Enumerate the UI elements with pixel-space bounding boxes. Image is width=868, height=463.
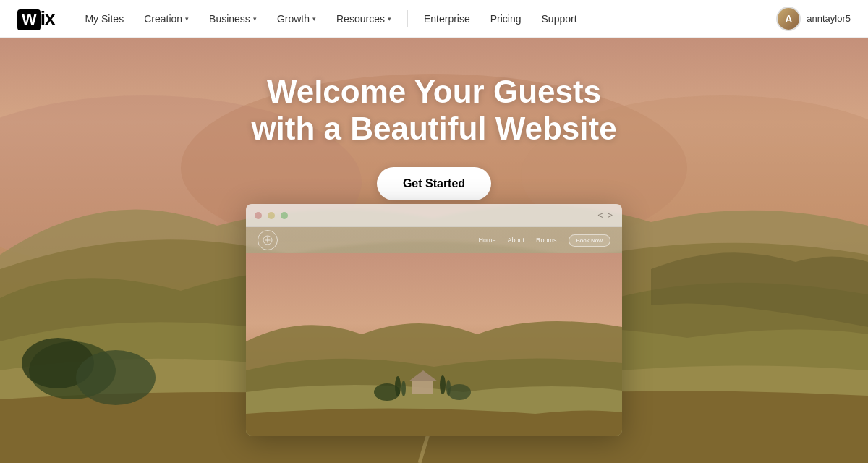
site-nav: Home About Rooms Book Now [246, 227, 622, 253]
site-logo [258, 230, 278, 250]
nav-item-enterprise[interactable]: Enterprise [414, 0, 480, 38]
get-started-button[interactable]: Get Started [377, 167, 491, 200]
nav-label-resources: Resources [336, 0, 385, 38]
browser-dot-red [255, 212, 262, 219]
nav-links: My Sites Creation ▾ Business ▾ Growth ▾ … [75, 0, 587, 38]
nav-item-growth[interactable]: Growth ▾ [267, 0, 326, 38]
site-nav-links: Home About Rooms Book Now [478, 234, 610, 247]
browser-content: Home About Rooms Book Now [246, 227, 622, 436]
svg-rect-26 [412, 381, 433, 394]
nav-label-my-sites: My Sites [85, 0, 124, 38]
main-nav: Wix My Sites Creation ▾ Business ▾ Growt… [0, 0, 868, 38]
svg-point-32 [374, 383, 400, 401]
hero-section: Welcome Your Guests with a Beautiful Web… [0, 38, 868, 463]
svg-point-33 [448, 384, 471, 400]
nav-item-pricing[interactable]: Pricing [480, 0, 532, 38]
nav-divider [407, 10, 408, 27]
nav-item-support[interactable]: Support [532, 0, 587, 38]
site-nav-home: Home [478, 237, 495, 244]
nav-item-creation[interactable]: Creation ▾ [134, 0, 199, 38]
hero-title-line2: with a Beautiful Website [251, 111, 616, 146]
avatar[interactable]: A [776, 7, 801, 31]
site-nav-book-now[interactable]: Book Now [569, 234, 610, 247]
nav-label-growth: Growth [277, 0, 310, 38]
nav-label-enterprise: Enterprise [424, 0, 470, 38]
nav-label-creation: Creation [144, 0, 182, 38]
site-nav-about: About [507, 237, 524, 244]
nav-item-my-sites[interactable]: My Sites [75, 0, 134, 38]
chevron-down-icon: ▾ [388, 0, 391, 38]
svg-point-29 [401, 381, 406, 396]
nav-item-resources[interactable]: Resources ▾ [326, 0, 401, 38]
browser-dot-green [281, 212, 288, 219]
chevron-down-icon: ▾ [185, 0, 189, 38]
code-icon: < > [597, 210, 613, 221]
nav-label-support: Support [542, 0, 577, 38]
site-nav-rooms: Rooms [536, 237, 557, 244]
browser-toolbar: < > [246, 204, 622, 227]
browser-dot-yellow [268, 212, 275, 219]
site-landscape [246, 253, 622, 436]
nav-label-business: Business [209, 0, 250, 38]
browser-mockup: < > Home About Rooms Book Now [246, 204, 622, 436]
hero-title-line1: Welcome Your Guests [267, 74, 601, 109]
hero-title: Welcome Your Guests with a Beautiful Web… [251, 74, 616, 147]
wix-logo[interactable]: Wix [17, 7, 54, 30]
svg-point-30 [440, 375, 446, 394]
chevron-down-icon: ▾ [312, 0, 316, 38]
chevron-down-icon: ▾ [253, 0, 257, 38]
svg-point-23 [76, 350, 156, 405]
username: anntaylor5 [807, 13, 851, 24]
nav-item-business[interactable]: Business ▾ [199, 0, 267, 38]
hero-content: Welcome Your Guests with a Beautiful Web… [0, 74, 868, 200]
nav-label-pricing: Pricing [490, 0, 522, 38]
